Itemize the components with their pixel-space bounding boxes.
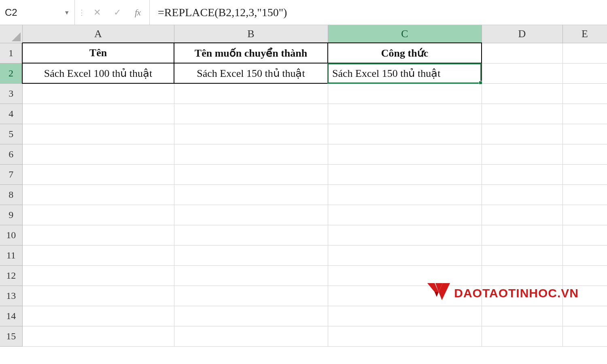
cell-b8[interactable] bbox=[174, 184, 328, 205]
cell-d15[interactable] bbox=[482, 326, 562, 346]
cell-a13[interactable] bbox=[22, 286, 174, 306]
row-header-4[interactable]: 4 bbox=[0, 104, 22, 124]
cell-e4[interactable] bbox=[562, 104, 607, 124]
cell-a10[interactable] bbox=[22, 225, 174, 245]
cell-b9[interactable] bbox=[174, 205, 328, 225]
cell-e6[interactable] bbox=[562, 144, 607, 164]
row-header-10[interactable]: 10 bbox=[0, 225, 22, 245]
cell-b6[interactable] bbox=[174, 144, 328, 164]
cell-c8[interactable] bbox=[328, 184, 482, 205]
cell-c2[interactable]: Sách Excel 150 thủ thuật bbox=[328, 63, 482, 83]
cell-a2[interactable]: Sách Excel 100 thủ thuật bbox=[22, 63, 174, 83]
cell-a9[interactable] bbox=[22, 205, 174, 225]
cell-c5[interactable] bbox=[328, 124, 482, 144]
cell-e9[interactable] bbox=[562, 205, 607, 225]
cell-e8[interactable] bbox=[562, 184, 607, 205]
row-header-5[interactable]: 5 bbox=[0, 124, 22, 144]
col-header-d[interactable]: D bbox=[482, 25, 562, 43]
cell-d4[interactable] bbox=[482, 104, 562, 124]
cell-e10[interactable] bbox=[562, 225, 607, 245]
cell-b10[interactable] bbox=[174, 225, 328, 245]
cell-e1[interactable] bbox=[562, 43, 607, 63]
cell-a15[interactable] bbox=[22, 326, 174, 346]
cell-a7[interactable] bbox=[22, 164, 174, 184]
col-header-b[interactable]: B bbox=[174, 25, 328, 43]
row-header-14[interactable]: 14 bbox=[0, 306, 22, 326]
cell-e7[interactable] bbox=[562, 164, 607, 184]
cell-a11[interactable] bbox=[22, 245, 174, 265]
cell-c4[interactable] bbox=[328, 104, 482, 124]
row-header-3[interactable]: 3 bbox=[0, 83, 22, 104]
cell-b15[interactable] bbox=[174, 326, 328, 346]
cell-c7[interactable] bbox=[328, 164, 482, 184]
col-header-c[interactable]: C bbox=[328, 25, 482, 43]
cell-d10[interactable] bbox=[482, 225, 562, 245]
cell-b12[interactable] bbox=[174, 265, 328, 286]
cell-b11[interactable] bbox=[174, 245, 328, 265]
cell-d1[interactable] bbox=[482, 43, 562, 63]
cell-d3[interactable] bbox=[482, 83, 562, 104]
col-header-e[interactable]: E bbox=[562, 25, 607, 43]
cell-b3[interactable] bbox=[174, 83, 328, 104]
cell-a4[interactable] bbox=[22, 104, 174, 124]
cell-c14[interactable] bbox=[328, 306, 482, 326]
select-all-corner[interactable] bbox=[0, 25, 22, 43]
row-header-2[interactable]: 2 bbox=[0, 63, 22, 83]
cell-d9[interactable] bbox=[482, 205, 562, 225]
cell-e15[interactable] bbox=[562, 326, 607, 346]
name-box[interactable]: C2 bbox=[5, 7, 62, 18]
cell-a6[interactable] bbox=[22, 144, 174, 164]
cell-d12[interactable] bbox=[482, 265, 562, 286]
cell-c3[interactable] bbox=[328, 83, 482, 104]
cancel-icon[interactable]: ✕ bbox=[87, 0, 107, 25]
name-box-dropdown-icon[interactable]: ▼ bbox=[62, 9, 72, 16]
cell-a8[interactable] bbox=[22, 184, 174, 205]
cell-d7[interactable] bbox=[482, 164, 562, 184]
cell-e12[interactable] bbox=[562, 265, 607, 286]
cell-e2[interactable] bbox=[562, 63, 607, 83]
row-header-8[interactable]: 8 bbox=[0, 184, 22, 205]
cell-a14[interactable] bbox=[22, 306, 174, 326]
row-header-1[interactable]: 1 bbox=[0, 43, 22, 63]
cell-c12[interactable] bbox=[328, 265, 482, 286]
cell-d11[interactable] bbox=[482, 245, 562, 265]
cell-b13[interactable] bbox=[174, 286, 328, 306]
cell-e11[interactable] bbox=[562, 245, 607, 265]
cell-c6[interactable] bbox=[328, 144, 482, 164]
cell-c11[interactable] bbox=[328, 245, 482, 265]
formula-input[interactable]: =REPLACE(B2,12,3,"150") bbox=[150, 0, 607, 25]
cell-b14[interactable] bbox=[174, 306, 328, 326]
row-header-12[interactable]: 12 bbox=[0, 265, 22, 286]
cell-c10[interactable] bbox=[328, 225, 482, 245]
cell-c9[interactable] bbox=[328, 205, 482, 225]
cell-d8[interactable] bbox=[482, 184, 562, 205]
cell-a3[interactable] bbox=[22, 83, 174, 104]
cell-b5[interactable] bbox=[174, 124, 328, 144]
cell-b1[interactable]: Tên muốn chuyển thành bbox=[174, 43, 328, 63]
fx-icon[interactable]: fx bbox=[127, 0, 148, 25]
cell-b2[interactable]: Sách Excel 150 thủ thuật bbox=[174, 63, 328, 83]
cell-e3[interactable] bbox=[562, 83, 607, 104]
cell-e14[interactable] bbox=[562, 306, 607, 326]
row-header-15[interactable]: 15 bbox=[0, 326, 22, 346]
cell-d2[interactable] bbox=[482, 63, 562, 83]
cell-d14[interactable] bbox=[482, 306, 562, 326]
cell-c1[interactable]: Công thức bbox=[328, 43, 482, 63]
cell-a12[interactable] bbox=[22, 265, 174, 286]
cell-d5[interactable] bbox=[482, 124, 562, 144]
row-header-9[interactable]: 9 bbox=[0, 205, 22, 225]
cell-c15[interactable] bbox=[328, 326, 482, 346]
row-header-11[interactable]: 11 bbox=[0, 245, 22, 265]
row-header-13[interactable]: 13 bbox=[0, 286, 22, 306]
cell-d6[interactable] bbox=[482, 144, 562, 164]
cell-b7[interactable] bbox=[174, 164, 328, 184]
enter-icon[interactable]: ✓ bbox=[107, 0, 127, 25]
cell-a1[interactable]: Tên bbox=[22, 43, 174, 63]
cell-b4[interactable] bbox=[174, 104, 328, 124]
cell-a5[interactable] bbox=[22, 124, 174, 144]
col-header-a[interactable]: A bbox=[22, 25, 174, 43]
name-box-container[interactable]: C2 ▼ bbox=[0, 0, 75, 25]
row-header-7[interactable]: 7 bbox=[0, 164, 22, 184]
cell-e5[interactable] bbox=[562, 124, 607, 144]
row-header-6[interactable]: 6 bbox=[0, 144, 22, 164]
